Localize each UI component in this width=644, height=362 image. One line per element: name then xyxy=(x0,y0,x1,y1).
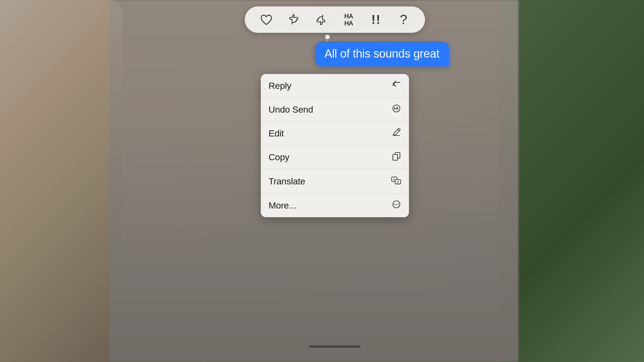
svg-point-11 xyxy=(396,204,397,205)
reaction-exclamation[interactable]: !! xyxy=(367,10,385,29)
menu-label-translate: Translate xyxy=(269,176,305,187)
edit-icon xyxy=(392,127,401,139)
undo-send-icon xyxy=(392,104,401,116)
menu-label-edit: Edit xyxy=(269,128,284,139)
reaction-haha[interactable]: HAHA xyxy=(339,10,358,29)
menu-label-more: More... xyxy=(269,200,296,211)
reaction-heart[interactable] xyxy=(257,10,276,29)
reaction-thumbs-down[interactable] xyxy=(312,10,330,29)
menu-label-copy: Copy xyxy=(269,152,289,162)
copy-icon xyxy=(392,151,401,163)
menu-label-undo-send: Undo Send xyxy=(269,105,313,115)
reaction-bar: HAHA !! ? xyxy=(245,6,425,33)
menu-item-copy[interactable]: Copy xyxy=(261,145,409,169)
menu-item-translate[interactable]: Translate A 文 xyxy=(261,169,409,194)
home-indicator xyxy=(309,346,361,348)
translate-icon: A 文 xyxy=(391,175,401,188)
reaction-thumbs-up[interactable] xyxy=(284,10,303,29)
reply-icon xyxy=(392,80,401,92)
phone-screen: HAHA !! ? All of this sounds great Reply… xyxy=(161,0,509,352)
svg-point-12 xyxy=(398,204,399,205)
more-icon xyxy=(392,200,401,211)
menu-item-undo-send[interactable]: Undo Send xyxy=(261,98,409,122)
menu-label-reply: Reply xyxy=(269,81,291,91)
svg-rect-2 xyxy=(393,154,398,160)
menu-item-more[interactable]: More... xyxy=(261,194,409,217)
svg-text:A: A xyxy=(393,178,395,181)
message-bubble: All of this sounds great xyxy=(315,41,449,66)
context-menu: Reply Undo Send Edit xyxy=(261,74,409,217)
message-text: All of this sounds great xyxy=(324,47,439,60)
menu-item-reply[interactable]: Reply xyxy=(261,74,409,98)
reaction-question[interactable]: ? xyxy=(394,10,413,29)
menu-item-edit[interactable]: Edit xyxy=(261,122,409,145)
svg-point-10 xyxy=(394,204,395,205)
dot-large xyxy=(325,35,330,39)
svg-text:文: 文 xyxy=(396,181,399,184)
